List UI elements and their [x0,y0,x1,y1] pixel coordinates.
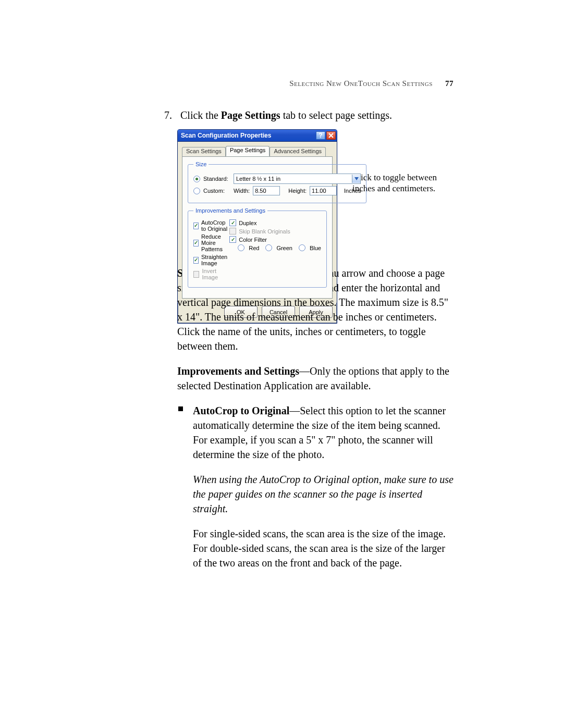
improvements-legend: Improvements and Settings [193,207,267,214]
bullet-autocrop: AutoCrop to Original—Select this option … [177,403,454,570]
last-paragraph: For single-sided scans, the scan area is… [193,526,454,570]
radio-red[interactable] [238,244,244,251]
units-toggle[interactable]: Inches [344,188,361,194]
custom-label: Custom: [203,188,230,194]
step-text-bold: Page Settings [221,109,280,121]
page-number: 77 [445,79,454,88]
height-label: Height: [288,188,307,194]
improvements-group: Improvements and Settings AutoCrop to Or… [188,207,327,288]
chevron-down-icon [354,177,359,180]
cb-autocrop[interactable] [193,223,199,229]
tab-strip: Scan Settings Page Settings Advanced Set… [182,146,333,156]
close-button[interactable] [326,131,336,140]
cb-duplex-label: Duplex [239,220,256,226]
running-header: Selecting New OneTouch Scan Settings 77 [164,79,454,88]
cb-invert [193,271,199,278]
cb-moire[interactable] [193,240,199,246]
tab-scan-settings[interactable]: Scan Settings [182,147,226,157]
imp-heading: Improvements and Settings [177,365,299,377]
radio-green[interactable] [265,244,272,251]
radio-blue[interactable] [299,244,305,251]
radio-blue-label: Blue [310,245,321,251]
size-legend: Size [193,161,209,167]
cb-colorfilter[interactable] [229,236,236,243]
standard-size-value: Letter 8 ½ x 11 in [236,176,280,182]
scan-configuration-dialog: Scan Configuration Properties ? Scan Set… [177,129,337,324]
titlebar[interactable]: Scan Configuration Properties ? [178,130,337,142]
italic-note: When using the AutoCrop to Original opti… [193,472,454,516]
standard-size-combo[interactable]: Letter 8 ½ x 11 in [234,174,361,184]
close-icon [328,133,334,138]
step-number: 7. [164,109,178,121]
cb-skip-label: Skip Blank Originals [239,228,290,235]
size-group: Size Standard: Letter 8 ½ x 11 in Custom… [188,161,366,203]
step-text-prefix: Click the [180,109,221,121]
radio-red-label: Red [249,245,259,251]
cb-straighten[interactable] [193,257,199,264]
square-bullet-icon [178,406,183,411]
cb-duplex[interactable] [229,219,236,226]
titlebar-text: Scan Configuration Properties [181,132,271,139]
radio-standard[interactable] [193,176,200,182]
body-text: Size—Click Standard, click the menu arro… [177,266,454,581]
cb-moire-label: Reduce Moire Patterns [201,233,229,252]
height-input[interactable]: 11.00 [310,186,337,195]
tab-advanced-settings[interactable]: Advanced Settings [270,147,326,157]
radio-custom[interactable] [193,188,200,194]
width-input[interactable]: 8.50 [253,186,280,195]
cb-autocrop-label: AutoCrop to Original [201,219,229,232]
tab-page-settings[interactable]: Page Settings [226,146,270,156]
help-button[interactable]: ? [316,131,325,140]
combo-arrow-button[interactable] [352,175,360,183]
tab-pane: Size Standard: Letter 8 ½ x 11 in Custom… [182,156,333,299]
step-text-suffix: tab to select page settings. [280,109,392,121]
bullet-head: AutoCrop to Original [193,405,289,416]
radio-green-label: Green [276,245,292,251]
cb-invert-label: Invert Image [202,268,229,280]
cb-colorfilter-label: Color Filter [239,237,267,243]
standard-label: Standard: [203,176,230,182]
step-7-line: 7. Click the Page Settings tab to select… [164,109,454,121]
running-header-text: Selecting New OneTouch Scan Settings [289,79,433,88]
width-label: Width: [234,188,250,194]
paragraph-improvements: Improvements and Settings—Only the optio… [177,364,454,393]
cb-skip [229,228,236,235]
cb-straighten-label: Straighten Image [201,254,229,266]
